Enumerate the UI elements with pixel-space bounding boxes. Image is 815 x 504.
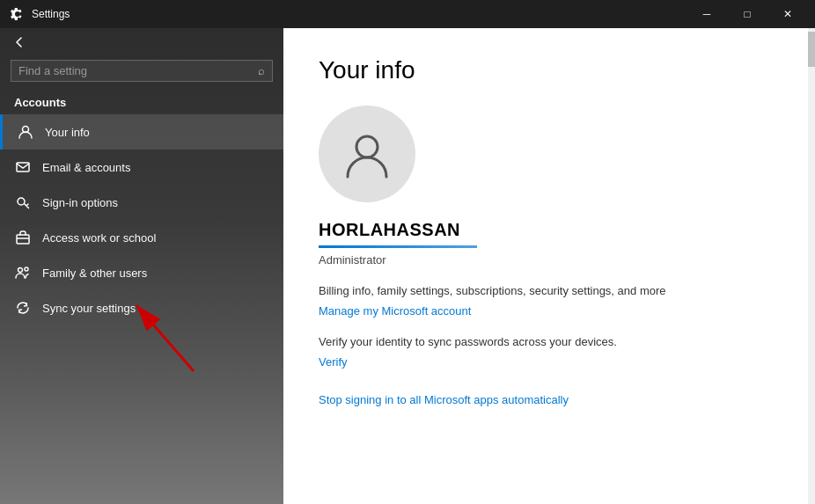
titlebar: Settings ─ □ ✕ xyxy=(0,0,815,28)
sidebar: ⌕ Accounts Your info Email & accounts xyxy=(0,28,283,504)
svg-rect-3 xyxy=(17,235,29,244)
email-icon xyxy=(14,158,32,176)
avatar xyxy=(319,106,415,202)
search-box[interactable]: ⌕ xyxy=(11,60,273,82)
search-input[interactable] xyxy=(18,64,253,77)
verify-link[interactable]: Verify xyxy=(319,355,348,369)
sync-settings-label: Sync your settings xyxy=(42,302,136,315)
search-icon: ⌕ xyxy=(258,64,265,77)
svg-point-5 xyxy=(18,268,23,273)
sidebar-item-access-work-school[interactable]: Access work or school xyxy=(0,220,283,255)
avatar-area xyxy=(319,106,773,202)
billing-info-text: Billing info, family settings, subscript… xyxy=(319,284,773,297)
back-arrow-icon xyxy=(14,37,25,47)
settings-app-icon xyxy=(11,7,25,21)
sidebar-item-family-other-users[interactable]: Family & other users xyxy=(0,255,283,290)
svg-rect-1 xyxy=(17,163,29,172)
svg-point-6 xyxy=(25,267,28,271)
scrollbar-thumb[interactable] xyxy=(808,32,815,67)
sync-icon xyxy=(14,299,32,317)
main-layout: ⌕ Accounts Your info Email & accounts xyxy=(0,28,815,504)
close-button[interactable]: ✕ xyxy=(767,0,808,28)
user-role: Administrator xyxy=(319,253,773,267)
sign-in-options-label: Sign-in options xyxy=(42,196,118,209)
verify-text: Verify your identity to sync passwords a… xyxy=(319,335,773,348)
sidebar-item-sign-in-options[interactable]: Sign-in options xyxy=(0,185,283,220)
maximize-button[interactable]: □ xyxy=(727,0,767,28)
access-work-school-label: Access work or school xyxy=(42,231,156,245)
content-area: Your info HORLAHASSAN Administrator Bill… xyxy=(283,28,808,504)
titlebar-left: Settings xyxy=(11,7,70,21)
sidebar-item-your-info[interactable]: Your info xyxy=(0,114,283,150)
manage-account-link[interactable]: Manage my Microsoft account xyxy=(319,304,471,318)
username-underline xyxy=(319,245,477,248)
email-accounts-label: Email & accounts xyxy=(42,161,130,174)
svg-point-2 xyxy=(18,198,25,205)
your-info-label: Your info xyxy=(45,126,90,139)
family-other-users-label: Family & other users xyxy=(42,267,147,280)
person-icon xyxy=(17,123,34,141)
key-icon xyxy=(14,194,32,211)
titlebar-controls: ─ □ ✕ xyxy=(687,0,808,28)
sidebar-item-sync-settings[interactable]: Sync your settings xyxy=(0,290,283,325)
username: HORLAHASSAN xyxy=(319,220,773,240)
stop-signing-in-link[interactable]: Stop signing in to all Microsoft apps au… xyxy=(319,393,773,406)
minimize-button[interactable]: ─ xyxy=(687,0,727,28)
briefcase-icon xyxy=(14,229,32,246)
people-icon xyxy=(14,264,32,281)
titlebar-title: Settings xyxy=(32,8,70,20)
svg-point-9 xyxy=(356,136,378,157)
sidebar-item-email-accounts[interactable]: Email & accounts xyxy=(0,150,283,185)
scrollbar-track xyxy=(808,28,815,504)
page-title: Your info xyxy=(319,56,773,84)
back-button[interactable] xyxy=(0,28,283,56)
accounts-section-label: Accounts xyxy=(0,92,283,114)
avatar-person-icon xyxy=(341,128,393,180)
